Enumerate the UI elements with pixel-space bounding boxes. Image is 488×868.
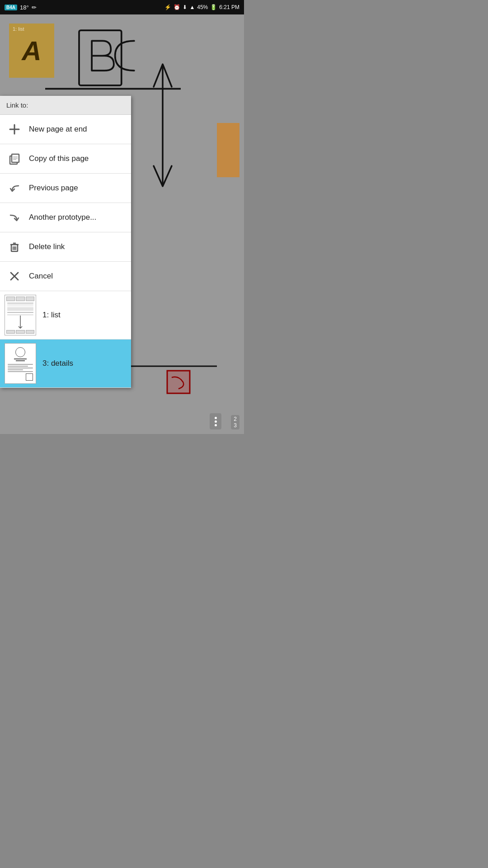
pencil-icon: ✏ bbox=[32, 4, 37, 11]
menu-item-another-prototype[interactable]: Another prototype... bbox=[0, 203, 131, 232]
alarm-icon: ⏰ bbox=[174, 4, 180, 10]
new-page-label: New page at end bbox=[29, 125, 87, 134]
plus-icon bbox=[6, 121, 23, 137]
dot-1 bbox=[215, 417, 217, 419]
tab-a-label: 1: list bbox=[13, 26, 24, 32]
copy-page-label: Copy of this page bbox=[29, 154, 89, 163]
current-page: 2 bbox=[234, 416, 237, 422]
dot-3 bbox=[215, 424, 217, 426]
page-row-3[interactable]: 3: details bbox=[0, 340, 131, 388]
battery-icon: 🔋 bbox=[210, 4, 217, 10]
battery-level: 45% bbox=[197, 4, 208, 10]
dot-2 bbox=[215, 420, 217, 423]
signal-icon: ▲ bbox=[189, 4, 195, 10]
menu-item-new-page[interactable]: New page at end bbox=[0, 115, 131, 144]
temperature: 18° bbox=[20, 4, 29, 11]
tab-a-letter: A bbox=[22, 35, 41, 66]
status-right: ⚡ ⏰ ⬇ ▲ 45% 🔋 6:21 PM bbox=[164, 4, 239, 10]
menu-item-cancel[interactable]: Cancel bbox=[0, 262, 131, 291]
page-3-thumbnail bbox=[5, 343, 36, 384]
dropdown-header: Link to: bbox=[0, 96, 131, 115]
copy-icon bbox=[6, 151, 23, 167]
another-prototype-label: Another prototype... bbox=[29, 213, 96, 222]
menu-item-copy-page[interactable]: Copy of this page bbox=[0, 144, 131, 174]
forward-icon bbox=[6, 209, 23, 226]
page-row-1[interactable]: 1: list bbox=[0, 291, 131, 340]
page-indicator: 2 3 bbox=[231, 415, 239, 429]
menu-item-delete-link[interactable]: Delete link bbox=[0, 232, 131, 262]
more-options[interactable] bbox=[210, 413, 221, 429]
status-bar: B4A 18° ✏ ⚡ ⏰ ⬇ ▲ 45% 🔋 6:21 PM bbox=[0, 0, 244, 14]
cancel-label: Cancel bbox=[29, 272, 53, 281]
delete-link-label: Delete link bbox=[29, 242, 65, 251]
canvas-area: 1: list A Link to: bbox=[0, 14, 244, 434]
dropdown-menu: Link to: New page at end bbox=[0, 96, 131, 388]
b4a-badge: B4A bbox=[5, 5, 17, 10]
page-3-label: 3: details bbox=[42, 359, 73, 368]
bottom-sketch bbox=[127, 362, 217, 398]
back-icon bbox=[6, 180, 23, 196]
prev-page-label: Previous page bbox=[29, 184, 78, 193]
menu-item-prev-page[interactable]: Previous page bbox=[0, 174, 131, 203]
total-pages: 3 bbox=[234, 422, 237, 429]
svg-rect-4 bbox=[167, 371, 190, 393]
page-1-label: 1: list bbox=[42, 311, 61, 320]
close-icon bbox=[6, 268, 23, 284]
trash-icon bbox=[6, 239, 23, 255]
bluetooth-icon: ⚡ bbox=[164, 4, 171, 10]
arrow-drawing bbox=[145, 60, 181, 204]
orange-rectangle bbox=[217, 123, 239, 177]
download-icon: ⬇ bbox=[183, 4, 187, 10]
page-1-thumbnail bbox=[5, 295, 36, 335]
status-left: B4A 18° ✏ bbox=[5, 4, 37, 11]
clock: 6:21 PM bbox=[219, 4, 239, 10]
